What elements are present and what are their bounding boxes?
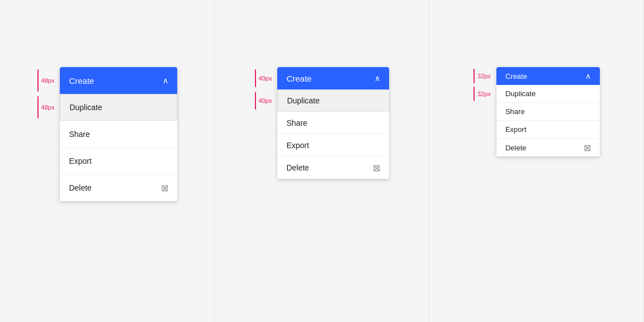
measurement-line [473,69,475,83]
dropdown-medium: Create ∧ Duplicate Share Export Delete ⊠ [277,67,389,179]
item-label: Export [69,157,91,165]
measurements-large: 48px 48px [37,67,55,121]
item-delete-medium[interactable]: Delete ⊠ [277,157,389,179]
dropdown-header-small[interactable]: Create ∧ [496,67,600,85]
measurement-line [37,69,39,92]
measurement-32-bottom: 32px [473,85,491,103]
measurement-line [255,69,256,87]
measurement-line-2 [255,92,256,110]
chevron-icon-large: ∧ [163,76,168,85]
measurement-48-top: 48px [37,67,55,94]
item-label: Export [505,125,527,134]
item-share-small[interactable]: Share [496,103,600,121]
chevron-icon-medium: ∧ [375,74,380,83]
section-large: 48px 48px Create ∧ Duplicate Share Expor… [0,0,215,322]
item-label: Share [505,107,525,116]
section-small: 32px 32px Create ∧ Duplicate Share Expor… [429,0,644,322]
section-medium: 40px 40px Create ∧ Duplicate Share Expor… [215,0,429,322]
item-export-small[interactable]: Export [496,121,600,139]
item-duplicate-small[interactable]: Duplicate [496,85,600,103]
measurement-label-1: 40px [259,75,272,82]
measurement-40-bottom: 40px [255,89,272,112]
measurement-label-2: 32px [477,91,491,97]
item-delete-large[interactable]: Delete ⊠ [60,174,177,201]
measurement-label-2: 40px [259,97,272,104]
item-label: Export [286,141,309,150]
delete-icon-large: ⊠ [161,183,168,193]
delete-icon-medium: ⊠ [373,163,380,173]
item-duplicate-medium[interactable]: Duplicate [277,89,389,112]
item-share-large[interactable]: Share [60,121,177,148]
measurements-medium: 40px 40px [255,67,272,112]
item-export-medium[interactable]: Export [277,134,389,157]
dropdown-wrapper-medium: 40px 40px Create ∧ Duplicate Share Expor… [255,67,390,179]
measurement-32-top: 32px [473,67,491,85]
item-label: Duplicate [505,89,536,98]
item-label: Delete [69,183,91,192]
dropdown-small: Create ∧ Duplicate Share Export Delete ⊠ [496,67,600,157]
measurement-label-1: 32px [477,73,491,79]
item-label: Duplicate [69,103,102,112]
item-label: Share [69,130,89,139]
item-delete-small[interactable]: Delete ⊠ [496,139,600,157]
item-label: Delete [505,144,527,152]
measurement-48-bottom: 48px [37,94,55,121]
measurements-small: 32px 32px [473,67,491,103]
dropdown-header-large[interactable]: Create ∧ [60,67,177,94]
item-export-large[interactable]: Export [60,148,177,174]
item-duplicate-large[interactable]: Duplicate [60,94,177,121]
dropdown-wrapper-small: 32px 32px Create ∧ Duplicate Share Expor… [473,67,600,157]
item-label: Share [286,119,307,127]
measurement-line-2 [37,96,39,119]
item-label: Delete [286,163,309,172]
create-label-small: Create [505,72,527,80]
item-share-medium[interactable]: Share [277,112,389,134]
dropdown-header-medium[interactable]: Create ∧ [277,67,389,89]
create-label-large: Create [69,76,94,86]
measurement-40-top: 40px [255,67,272,89]
chevron-icon-small: ∧ [585,72,591,80]
measurement-label-2: 48px [41,104,55,111]
measurement-line-2 [473,87,475,101]
dropdown-large: Create ∧ Duplicate Share Export Delete ⊠ [60,67,177,201]
dropdown-wrapper-large: 48px 48px Create ∧ Duplicate Share Expor… [37,67,178,201]
measurement-label-1: 48px [41,77,55,84]
create-label-medium: Create [286,74,311,83]
item-label: Duplicate [287,96,319,105]
delete-icon-small: ⊠ [584,143,591,153]
